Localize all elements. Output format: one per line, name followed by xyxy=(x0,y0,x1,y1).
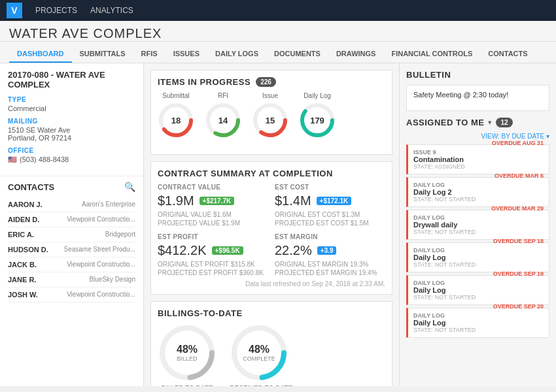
tab-drawings[interactable]: DRAWINGS xyxy=(328,46,384,63)
contract-value: 22.2% xyxy=(275,243,312,258)
billing-label: BILLED TO DATE xyxy=(158,385,217,386)
project-info: 20170-080 - WATER AVE COMPLEX TYPE Comme… xyxy=(0,63,143,176)
card-title: Drywall daily xyxy=(413,221,544,229)
nav-analytics[interactable]: ANALYTICS xyxy=(90,6,133,15)
contract-change: +$96.5K xyxy=(212,246,243,255)
main-content: 20170-080 - WATER AVE COMPLEX TYPE Comme… xyxy=(0,63,556,386)
tab-rfis[interactable]: RFIS xyxy=(133,46,165,63)
contract-item: EST COST $1.4M +$172.1K ORIGINAL EST COS… xyxy=(275,184,385,227)
contract-sub1: ORIGINAL EST MARGIN 19.3% xyxy=(275,261,385,268)
view-by-button[interactable]: VIEW: BY DUE DATE ▾ xyxy=(481,133,549,140)
contract-grid: CONTRACT VALUE $1.9M +$217.7K ORIGINAL V… xyxy=(158,184,385,276)
card-title: Daily Log 2 xyxy=(413,188,544,196)
tab-navigation: DASHBOARD SUBMITTALS RFIS ISSUES DAILY L… xyxy=(0,42,556,63)
card-due: OVERDUE SEP 20 xyxy=(493,303,544,310)
app-logo[interactable]: V xyxy=(7,3,22,18)
contract-item: EST MARGIN 22.2% +3.9 ORIGINAL EST MARGI… xyxy=(275,233,385,276)
card-row: DAILY LOG OVERDUE MAR 6 xyxy=(413,182,544,188)
card-state: STATE: Not Started xyxy=(413,261,544,268)
contact-row[interactable]: JOSH W.Viewpoint Constructio... xyxy=(8,287,135,302)
card-due: OVERDUE SEP 19 xyxy=(493,270,544,277)
contract-sub1: ORIGINAL EST COST $1.3M xyxy=(275,211,385,218)
contact-row[interactable]: AIDEN D.Viewpoint Constructio... xyxy=(8,212,135,227)
tab-daily-logs[interactable]: DAILY LOGS xyxy=(207,46,266,63)
items-progress-title: ITEMS IN PROGRESS xyxy=(158,77,251,87)
billing-center: 48% COMPLETE xyxy=(243,344,275,362)
billing-chart: 48% COMPLETE xyxy=(230,323,288,382)
contact-company: Aaron's Enterprise xyxy=(82,201,135,208)
assigned-card[interactable]: DAILY LOG OVERDUE MAR 29 Drywall daily S… xyxy=(406,210,549,240)
type-label: TYPE xyxy=(8,96,135,103)
assigned-header: ASSIGNED TO ME ▾ 12 xyxy=(406,118,549,127)
contact-row[interactable]: JANE R.BlueSky Design xyxy=(8,272,135,287)
tab-documents[interactable]: DOCUMENTS xyxy=(266,46,328,63)
contract-sub2: PROJECTED EST PROFIT $360.8K xyxy=(158,269,268,276)
left-panel: 20170-080 - WATER AVE COMPLEX TYPE Comme… xyxy=(0,63,144,386)
contact-name: ERIC A. xyxy=(8,231,34,238)
tab-financial-controls[interactable]: FINANCIAL CONTROLS xyxy=(383,46,480,63)
billings-header: BILLINGS-TO-DATE xyxy=(158,308,385,318)
contract-label: EST PROFIT xyxy=(158,233,268,240)
contract-change: +$172.1K xyxy=(317,197,352,205)
items-in-progress-section: ITEMS IN PROGRESS 226 Submittal 18 RFI 1… xyxy=(150,70,392,155)
assigned-card[interactable]: DAILY LOG OVERDUE SEP 19 Daily Log STATE… xyxy=(406,275,549,305)
contract-sub1: ORIGINAL VALUE $1.6M xyxy=(158,211,268,218)
card-title: Daily Log xyxy=(413,253,544,261)
tab-contacts[interactable]: CONTACTS xyxy=(480,46,535,63)
contact-row[interactable]: HUDSON D.Seasame Street Produ... xyxy=(8,242,135,257)
nav-projects[interactable]: PROJECTS xyxy=(35,6,77,15)
tab-issues[interactable]: ISSUES xyxy=(165,46,207,63)
donut-chart: 179 xyxy=(299,102,336,139)
contact-name: JACK B. xyxy=(8,261,37,269)
project-title-bar: WATER AVE COMPLEX xyxy=(0,21,556,42)
contract-item: CONTRACT VALUE $1.9M +$217.7K ORIGINAL V… xyxy=(158,184,268,227)
contract-sub2: PROJECTED EST COST $1.5M xyxy=(275,220,385,227)
card-row: DAILY LOG OVERDUE SEP 20 xyxy=(413,312,544,319)
contact-row[interactable]: JACK B.Viewpoint Constructio... xyxy=(8,257,135,272)
circle-label: RFI xyxy=(205,92,241,99)
assigned-card[interactable]: DAILY LOG OVERDUE MAR 6 Daily Log 2 STAT… xyxy=(406,177,549,207)
billing-center: 48% BILLED xyxy=(177,344,198,362)
card-due: OVERDUE MAR 29 xyxy=(491,205,544,212)
circle-label: Daily Log xyxy=(299,92,336,99)
assigned-title-row: ASSIGNED TO ME ▾ 12 xyxy=(406,118,513,127)
contact-row[interactable]: AARON J.Aaron's Enterprise xyxy=(8,197,135,212)
bulletin-content: Safety Meeting @ 2:30 today! xyxy=(406,85,549,111)
contract-label: EST MARGIN xyxy=(275,233,385,240)
contract-summary-header: CONTRACT SUMMARY AT COMPLETION xyxy=(158,169,385,178)
contact-name: AIDEN D. xyxy=(8,216,39,223)
contract-label: EST COST xyxy=(275,184,385,191)
donut-value: 14 xyxy=(218,116,228,125)
contacts-search-icon[interactable]: 🔍 xyxy=(124,182,135,192)
bulletin-header: BULLETIN xyxy=(406,70,549,80)
donut-chart: 14 xyxy=(205,102,241,139)
project-info-title: 20170-080 - WATER AVE COMPLEX xyxy=(8,70,135,90)
card-state: STATE: Assigned xyxy=(413,163,544,170)
assigned-cards: ISSUE 9 OVERDUE AUG 31 Contamination STA… xyxy=(406,144,549,338)
billing-sub-label: COMPLETE xyxy=(243,355,275,362)
mailing-value: 1510 SE Water Ave Portland, OR 97214 xyxy=(8,126,135,142)
middle-panel: ITEMS IN PROGRESS 226 Submittal 18 RFI 1… xyxy=(144,63,399,386)
card-row: ISSUE 9 OVERDUE AUG 31 xyxy=(413,149,544,155)
contact-company: Seasame Street Produ... xyxy=(63,246,135,253)
tab-submittals[interactable]: SUBMITTALS xyxy=(72,46,133,63)
assigned-card[interactable]: ISSUE 9 OVERDUE AUG 31 Contamination STA… xyxy=(406,144,549,174)
contract-change: +$217.7K xyxy=(200,197,235,205)
contact-name: AARON J. xyxy=(8,201,43,208)
assigned-card[interactable]: DAILY LOG OVERDUE SEP 18 Daily Log STATE… xyxy=(406,242,549,272)
contract-value: $1.9M xyxy=(158,193,194,208)
assigned-card[interactable]: DAILY LOG OVERDUE SEP 20 Daily Log STATE… xyxy=(406,308,549,338)
tab-dashboard[interactable]: DASHBOARD xyxy=(9,46,72,63)
billings-section: BILLINGS-TO-DATE 48% BILLED BILLED TO DA… xyxy=(150,301,392,386)
right-panel: BULLETIN Safety Meeting @ 2:30 today! AS… xyxy=(399,63,556,386)
contact-name: JOSH W. xyxy=(8,291,38,299)
contact-company: Viewpoint Constructio... xyxy=(67,261,135,269)
card-type: DAILY LOG xyxy=(413,312,445,319)
items-progress-header: ITEMS IN PROGRESS 226 xyxy=(158,77,385,87)
billings-circles: 48% BILLED BILLED TO DATE $898,464 48% C… xyxy=(158,323,385,386)
contact-row[interactable]: ERIC A.Bridgeport xyxy=(8,227,135,242)
mailing-row: MAILING 1510 SE Water Ave Portland, OR 9… xyxy=(8,118,135,142)
card-type: ISSUE 9 xyxy=(413,149,436,155)
items-progress-badge: 226 xyxy=(256,77,276,87)
contract-value: $1.4M xyxy=(275,193,311,208)
